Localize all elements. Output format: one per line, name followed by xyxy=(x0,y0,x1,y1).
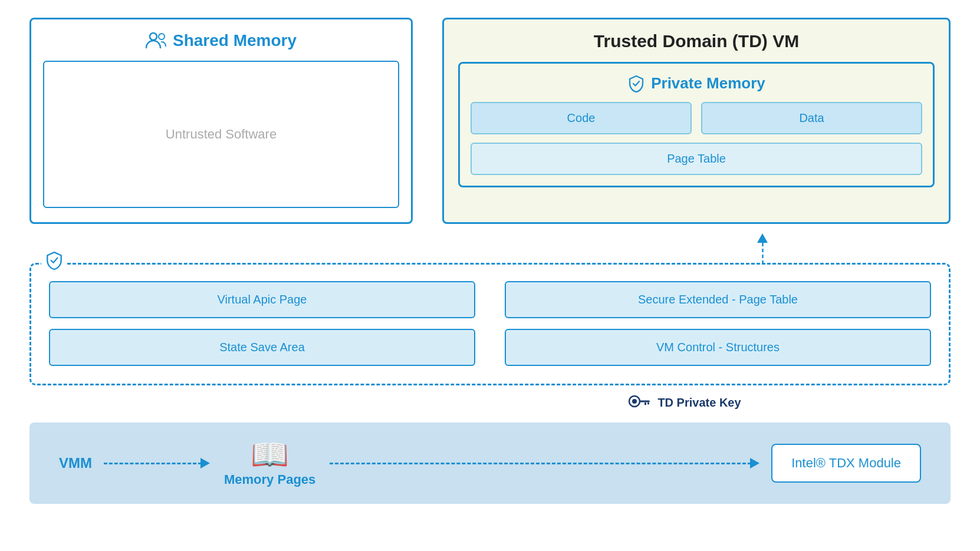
vm-control-box: VM Control - Structures xyxy=(505,329,931,366)
arrow-head-2 xyxy=(750,458,759,468)
shared-memory-inner: Untrusted Software xyxy=(43,61,399,208)
bottom-band: VMM 📖 Memory Pages Intel® TDX Module xyxy=(29,423,951,504)
shared-memory-box: Shared Memory Untrusted Software xyxy=(29,18,413,224)
svg-rect-6 xyxy=(644,402,646,405)
shield-icon-private xyxy=(627,75,645,93)
pm-code-data-row: Code Data xyxy=(471,102,922,134)
pm-code-cell: Code xyxy=(471,102,692,134)
key-icon xyxy=(628,394,650,412)
svg-point-0 xyxy=(150,33,157,40)
pages-to-tdx-arrow xyxy=(330,458,759,468)
svg-rect-7 xyxy=(647,402,649,405)
shared-memory-title: Shared Memory xyxy=(43,31,399,50)
private-memory-box: Private Memory Code Data Page Table xyxy=(458,62,935,187)
td-vm-title: Trusted Domain (TD) VM xyxy=(458,31,935,51)
top-area: Shared Memory Untrusted Software Trusted… xyxy=(29,18,951,224)
secure-ept-box: Secure Extended - Page Table xyxy=(505,281,931,318)
dashed-line-2 xyxy=(330,463,751,464)
arrow-connector xyxy=(29,233,951,263)
private-memory-title: Private Memory xyxy=(471,74,922,93)
pm-page-table-cell: Page Table xyxy=(471,143,922,175)
vmm-label: VMM xyxy=(59,455,92,471)
dashed-box: Virtual Apic Page State Save Area Secure… xyxy=(29,263,951,385)
arrow-head-1 xyxy=(200,458,210,468)
td-private-key-row: TD Private Key xyxy=(29,394,951,412)
memory-pages-box: 📖 Memory Pages xyxy=(224,439,315,487)
td-private-key-label: TD Private Key xyxy=(657,396,741,410)
svg-point-4 xyxy=(632,399,637,404)
arrow-head-up xyxy=(757,233,768,243)
pm-data-cell: Data xyxy=(701,102,922,134)
vmm-arrow xyxy=(104,458,210,468)
dashed-line-1 xyxy=(104,463,202,464)
dashed-right-column: Secure Extended - Page Table VM Control … xyxy=(505,281,931,366)
untrusted-software-label: Untrusted Software xyxy=(166,127,277,142)
up-arrow xyxy=(757,233,768,263)
dashed-left-column: Virtual Apic Page State Save Area xyxy=(49,281,475,366)
shield-corner-icon xyxy=(41,251,67,274)
diagram-container: Shared Memory Untrusted Software Trusted… xyxy=(0,0,980,551)
arrow-line-up xyxy=(762,243,764,263)
middle-dashed-section: Virtual Apic Page State Save Area Secure… xyxy=(29,263,951,385)
memory-pages-label: Memory Pages xyxy=(224,472,315,487)
intel-tdx-box: Intel® TDX Module xyxy=(771,444,921,483)
users-icon xyxy=(146,31,167,50)
book-icon: 📖 xyxy=(251,439,289,470)
svg-point-1 xyxy=(159,34,165,39)
svg-rect-5 xyxy=(639,401,650,402)
virtual-apic-page-box: Virtual Apic Page xyxy=(49,281,475,318)
state-save-area-box: State Save Area xyxy=(49,329,475,366)
td-vm-box: Trusted Domain (TD) VM Private Memory Co… xyxy=(442,18,951,224)
